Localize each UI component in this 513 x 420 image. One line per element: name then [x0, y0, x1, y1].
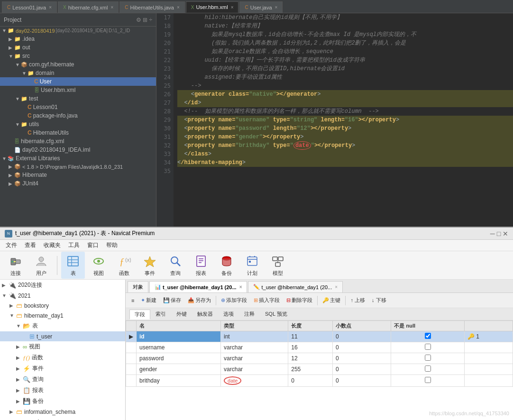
tab-close-icon[interactable]: × [239, 284, 242, 290]
sidebar-item-queries[interactable]: ▶ 🔍 查询 [0, 374, 125, 385]
table-row-password[interactable]: password varchar 12 0 [126, 353, 513, 364]
sidebar-item-tables-folder[interactable]: ▼ 📂 表 [0, 320, 125, 331]
toolbar-insertfield-btn[interactable]: ⊞ 插入字段 [251, 296, 283, 305]
field-tab-sql-preview[interactable]: SQL 预览 [260, 309, 293, 319]
toolbar-new-btn[interactable]: ✦ 新建 [138, 296, 159, 305]
tree-item-src[interactable]: ▼ 📁 src [0, 52, 156, 60]
tab-close-icon[interactable]: × [275, 5, 278, 10]
toolbar-movedown-btn[interactable]: ↓ 下移 [369, 296, 389, 305]
sidebar-item-views[interactable]: ▶ ∞ 视图 [0, 341, 125, 352]
field-notnull-username[interactable] [391, 342, 465, 353]
tree-item-test[interactable]: ▼ 📁 test [0, 94, 156, 103]
tab-t-user-data[interactable]: ✏️ t_user @hibernate_day1 (20... × [248, 281, 343, 292]
tab-hibernate-cfg[interactable]: X hibernate.cfg.xml × [58, 1, 119, 13]
toolbar-func[interactable]: ƒ(x) 函数 [112, 252, 136, 279]
sidebar-item-reports[interactable]: ▶ 📋 报表 [0, 385, 125, 396]
tab-lesson01[interactable]: C Lesson01.java × [2, 1, 57, 13]
toolbar-model[interactable]: 模型 [266, 252, 290, 279]
toolbar-moveup-btn[interactable]: ↑ 上移 [348, 296, 368, 305]
field-name-password[interactable]: password [137, 353, 221, 364]
field-length-gender[interactable]: 255 [288, 364, 333, 375]
tree-item-junit4[interactable]: ▶ 📦 JUnit4 [0, 179, 156, 188]
code-content[interactable]: hilo:hibernate自己实现的id规则【不用,不用学】 native:【… [174, 13, 513, 227]
toolbar-saveas-btn[interactable]: 📥 另存为 [185, 296, 214, 305]
field-tab-triggers[interactable]: 触发器 [192, 309, 218, 319]
table-row-brithday[interactable]: brithday date 0 0 [126, 375, 513, 387]
field-name-username[interactable]: username [137, 342, 221, 353]
sidebar-item-mysql[interactable]: ▶ 🗃 mysql [0, 417, 125, 420]
sidebar-item-hibernate-day1[interactable]: ▼ 🗃 hibernate_day1 [0, 310, 125, 320]
tree-item-day02iml[interactable]: 📄 day02-20180419_IDEA.iml [0, 146, 156, 154]
field-notnull-id[interactable] [391, 331, 465, 342]
field-tab-foreignkeys[interactable]: 外键 [171, 309, 192, 319]
field-notnull-gender[interactable] [391, 364, 465, 375]
tab-close-icon[interactable]: × [110, 5, 113, 10]
tab-close-icon[interactable]: × [49, 5, 52, 10]
menu-view[interactable]: 查看 [21, 240, 40, 250]
field-type-gender[interactable]: varchar [221, 364, 288, 375]
tab-hibernateutils[interactable]: C HibernateUtils.java × [119, 1, 184, 13]
field-tab-indexes[interactable]: 索引 [150, 309, 171, 319]
field-type-id[interactable]: int [221, 331, 288, 342]
table-row-gender[interactable]: gender varchar 255 0 [126, 364, 513, 375]
tree-item-extlibs[interactable]: ▼ 📚 External Libraries [0, 154, 156, 163]
sidebar-item-2021[interactable]: ▼ 🔌 2021 [0, 291, 125, 301]
tab-close-icon[interactable]: × [231, 5, 234, 10]
field-notnull-brithday[interactable] [391, 375, 465, 387]
toolbar-schedule[interactable]: 计划 [240, 252, 264, 279]
toolbar-user[interactable]: 用户 [29, 252, 53, 279]
toolbar-deletefield-btn[interactable]: ⊟ 删除字段 [284, 296, 315, 305]
tree-item-hibcfg[interactable]: 🗄 hibernate.cfg.xml [0, 137, 156, 146]
field-tab-fields[interactable]: 字段 [129, 310, 150, 320]
menu-tools[interactable]: 工具 [64, 240, 83, 250]
tab-user-hbm[interactable]: X User.hbm.xml × [186, 1, 239, 13]
tab-t-user-design[interactable]: 📊 t_user @hibernate_day1 (20... × [149, 281, 247, 292]
field-length-username[interactable]: 16 [288, 342, 333, 353]
tree-item-user[interactable]: C User [0, 77, 156, 86]
field-type-brithday[interactable]: date [221, 375, 288, 387]
toolbar-primarykey-btn[interactable]: 🔑 主键 [320, 296, 343, 305]
code-editor[interactable]: 17 18 19 20 21 22 23 24 25 26 27 28 29 3… [156, 13, 513, 227]
table-row-id[interactable]: ▶ id int 11 0 🔑 1 [126, 331, 513, 342]
field-length-id[interactable]: 11 [288, 331, 333, 342]
tree-item-idea[interactable]: ▶ 📁 .idea [0, 35, 156, 43]
toolbar-backup[interactable]: 备份 [215, 252, 238, 279]
sidebar-item-functions[interactable]: ▶ ƒ() 函数 [0, 352, 125, 363]
sidebar-item-events[interactable]: ▶ ⚡ 事件 [0, 363, 125, 374]
menu-help[interactable]: 帮助 [102, 240, 121, 250]
field-decimal-password[interactable]: 0 [333, 353, 391, 364]
toolbar-connect[interactable]: 连接 [4, 252, 27, 279]
field-decimal-gender[interactable]: 0 [333, 364, 391, 375]
field-type-password[interactable]: varchar [221, 353, 288, 364]
field-type-username[interactable]: varchar [221, 342, 288, 353]
sidebar-item-bookstory[interactable]: ▶ 🗃 bookstory [0, 301, 125, 310]
tree-item-utils[interactable]: ▼ 📁 utils [0, 120, 156, 128]
toolbar-table[interactable]: 表 [61, 252, 85, 279]
field-name-brithday[interactable]: brithday [137, 375, 221, 387]
sidebar-item-backups[interactable]: ▶ 💾 备份 [0, 396, 125, 407]
menu-favorites[interactable]: 收藏夹 [40, 240, 64, 250]
sidebar-item-t-user[interactable]: ⊞ t_user [0, 331, 125, 341]
toolbar-menu-icon[interactable]: ≡ [128, 297, 137, 304]
tree-item-hibutils[interactable]: C HibernateUtils [0, 128, 156, 137]
menu-window[interactable]: 窗口 [83, 240, 102, 250]
tab-objects[interactable]: 对象 [128, 281, 148, 292]
tree-item-lesson01[interactable]: C Lesson01 [0, 103, 156, 111]
toolbar-event[interactable]: 事件 [138, 252, 162, 279]
table-row-username[interactable]: username varchar 16 0 [126, 342, 513, 353]
tab-user-java[interactable]: C User.java × [239, 1, 283, 13]
field-decimal-id[interactable]: 0 [333, 331, 391, 342]
field-decimal-username[interactable]: 0 [333, 342, 391, 353]
field-notnull-password[interactable] [391, 353, 465, 364]
tree-item-packageinfo[interactable]: C package-info.java [0, 111, 156, 120]
toolbar-addfield-btn[interactable]: ⊕ 添加字段 [218, 296, 250, 305]
toolbar-query[interactable]: 查询 [164, 252, 187, 279]
field-length-brithday[interactable]: 0 [288, 375, 333, 387]
sidebar-item-information-schema[interactable]: ▶ 🗃 information_schema [0, 407, 125, 417]
field-name-id[interactable]: id [137, 331, 221, 342]
toolbar-view[interactable]: 视图 [87, 252, 110, 279]
sidebar-item-2020[interactable]: ▶ 🔌 2020连接 [0, 280, 125, 291]
field-tab-options[interactable]: 选项 [218, 309, 239, 319]
tree-item-jdk[interactable]: ▶ 📦 < 1.8 > D:\Program Files\Java\jdk1.8… [0, 163, 156, 171]
tree-item-out[interactable]: ▶ 📁 out [0, 43, 156, 52]
